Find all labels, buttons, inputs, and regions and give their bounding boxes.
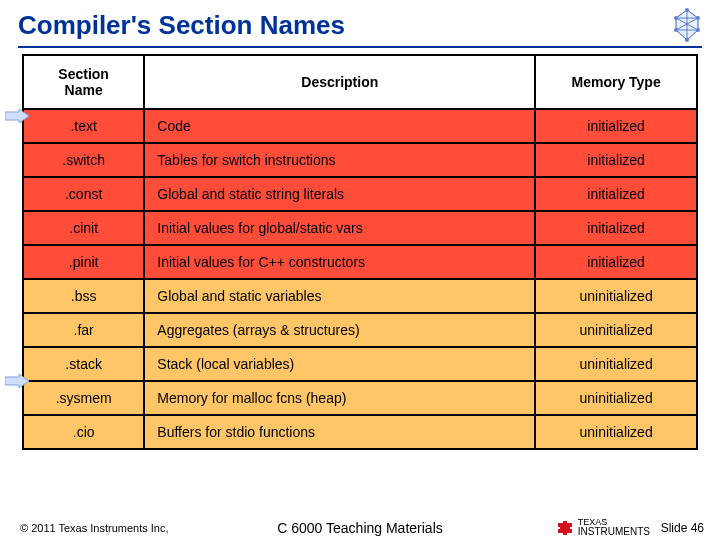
cell-memory-type: initialized — [535, 177, 697, 211]
cell-memory-type: uninitialized — [535, 381, 697, 415]
cell-description: Memory for malloc fcns (heap) — [144, 381, 535, 415]
cell-section-name: .bss — [23, 279, 144, 313]
col-header-desc: Description — [144, 55, 535, 109]
svg-point-2 — [696, 16, 700, 20]
table-row: .cinitInitial values for global/static v… — [23, 211, 697, 245]
cell-memory-type: initialized — [535, 109, 697, 143]
svg-point-3 — [674, 28, 678, 32]
cell-section-name: .const — [23, 177, 144, 211]
ti-text-line2: INSTRUMENTS — [578, 527, 650, 538]
footer-center-text: C 6000 Teaching Materials — [277, 520, 443, 536]
cell-section-name: .sysmem — [23, 381, 144, 415]
arrow-icon — [5, 109, 29, 123]
title-underline — [18, 46, 702, 48]
svg-point-0 — [685, 8, 689, 12]
slide-number: Slide 46 — [661, 521, 704, 535]
table-row: .pinitInitial values for C++ constructor… — [23, 245, 697, 279]
col-header-mem: Memory Type — [535, 55, 697, 109]
svg-marker-6 — [5, 109, 29, 123]
cell-description: Initial values for global/static vars — [144, 211, 535, 245]
cell-memory-type: uninitialized — [535, 279, 697, 313]
table-row: .bssGlobal and static variablesuninitial… — [23, 279, 697, 313]
cell-section-name: .cinit — [23, 211, 144, 245]
sections-table: Section Name Description Memory Type .te… — [22, 54, 698, 450]
cell-memory-type: initialized — [535, 245, 697, 279]
cell-description: Aggregates (arrays & structures) — [144, 313, 535, 347]
cell-description: Tables for switch instructions — [144, 143, 535, 177]
cell-memory-type: uninitialized — [535, 313, 697, 347]
table-row: .constGlobal and static string literalsi… — [23, 177, 697, 211]
cell-section-name: .far — [23, 313, 144, 347]
ti-chip-icon — [556, 519, 574, 537]
page-title: Compiler's Section Names — [18, 10, 345, 41]
logo-icon — [672, 8, 702, 42]
copyright-text: © 2011 Texas Instruments Inc, — [20, 522, 169, 534]
cell-description: Initial values for C++ constructors — [144, 245, 535, 279]
col-header-name: Section Name — [23, 55, 144, 109]
svg-point-5 — [685, 38, 689, 42]
table-header-row: Section Name Description Memory Type — [23, 55, 697, 109]
cell-section-name: .pinit — [23, 245, 144, 279]
table-row: .farAggregates (arrays & structures)unin… — [23, 313, 697, 347]
svg-point-1 — [674, 16, 678, 20]
cell-memory-type: uninitialized — [535, 347, 697, 381]
table-row: .stackStack (local variables)uninitializ… — [23, 347, 697, 381]
cell-section-name: .cio — [23, 415, 144, 449]
cell-section-name: .text — [23, 109, 144, 143]
cell-description: Buffers for stdio functions — [144, 415, 535, 449]
arrow-icon — [5, 374, 29, 388]
cell-section-name: .stack — [23, 347, 144, 381]
cell-description: Stack (local variables) — [144, 347, 535, 381]
ti-logo-block: TEXAS INSTRUMENTS — [556, 518, 650, 538]
table-row: .switchTables for switch instructionsini… — [23, 143, 697, 177]
table-row: .sysmemMemory for malloc fcns (heap)unin… — [23, 381, 697, 415]
cell-description: Global and static string literals — [144, 177, 535, 211]
table-row: .textCodeinitialized — [23, 109, 697, 143]
cell-memory-type: initialized — [535, 211, 697, 245]
cell-section-name: .switch — [23, 143, 144, 177]
table-row: .cioBuffers for stdio functionsuninitial… — [23, 415, 697, 449]
cell-description: Code — [144, 109, 535, 143]
cell-memory-type: initialized — [535, 143, 697, 177]
svg-point-4 — [696, 28, 700, 32]
cell-description: Global and static variables — [144, 279, 535, 313]
cell-memory-type: uninitialized — [535, 415, 697, 449]
svg-marker-7 — [5, 374, 29, 388]
